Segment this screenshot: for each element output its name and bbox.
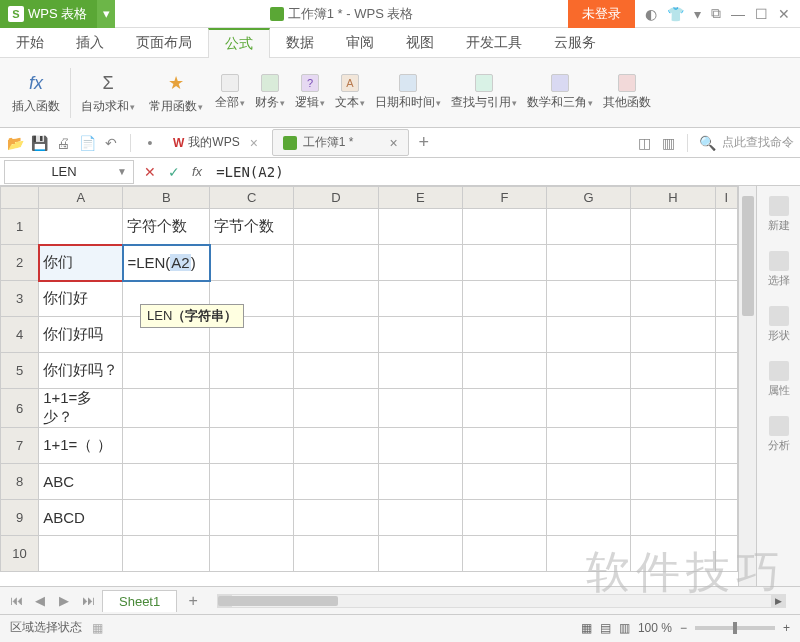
vertical-scrollbar[interactable] bbox=[738, 186, 756, 586]
print-icon[interactable]: 🖨 bbox=[54, 134, 72, 152]
side-shape[interactable]: 形状 bbox=[768, 302, 790, 347]
grid[interactable]: A B C D E F G H I 1 字符个数 字节个数 2 你们 =LEN(… bbox=[0, 186, 738, 586]
col-header-B[interactable]: B bbox=[123, 187, 210, 209]
select-all-corner[interactable] bbox=[1, 187, 39, 209]
cell-A1[interactable] bbox=[39, 209, 123, 245]
sheet-nav-last[interactable]: ⏭ bbox=[78, 593, 98, 608]
ribbon-lookup[interactable]: 查找与引用▾ bbox=[447, 61, 521, 125]
cell-C1[interactable]: 字节个数 bbox=[210, 209, 294, 245]
sheet-nav-prev[interactable]: ◀ bbox=[30, 593, 50, 608]
hscroll-right[interactable]: ▶ bbox=[771, 595, 785, 607]
save-icon[interactable]: 💾 bbox=[30, 134, 48, 152]
help-dropdown-icon[interactable]: ▾ bbox=[694, 6, 701, 22]
undo-icon[interactable]: ↶ bbox=[102, 134, 120, 152]
row-header-2[interactable]: 2 bbox=[1, 245, 39, 281]
menu-cloud[interactable]: 云服务 bbox=[538, 28, 612, 57]
search-icon[interactable]: 🔍 bbox=[698, 134, 716, 152]
cancel-formula-button[interactable]: ✕ bbox=[138, 164, 162, 180]
cell-A6[interactable]: 1+1=多少？ bbox=[39, 389, 123, 428]
cell-A8[interactable]: ABC bbox=[39, 464, 123, 500]
cell-A9[interactable]: ABCD bbox=[39, 500, 123, 536]
side-select[interactable]: 选择 bbox=[768, 247, 790, 292]
app-menu-dropdown[interactable]: ▾ bbox=[97, 0, 115, 28]
ribbon-insert-function[interactable]: fx 插入函数 bbox=[6, 61, 66, 125]
my-wps-close[interactable]: × bbox=[250, 135, 258, 151]
close-icon[interactable]: ✕ bbox=[778, 6, 790, 22]
ribbon-text[interactable]: A 文本▾ bbox=[331, 61, 369, 125]
menu-home[interactable]: 开始 bbox=[0, 28, 60, 57]
row-header-5[interactable]: 5 bbox=[1, 353, 39, 389]
side-analyze[interactable]: 分析 bbox=[768, 412, 790, 457]
side-props[interactable]: 属性 bbox=[768, 357, 790, 402]
zoom-in-button[interactable]: + bbox=[783, 621, 790, 635]
qb-right-icon1[interactable]: ◫ bbox=[635, 134, 653, 152]
maximize-icon[interactable]: ☐ bbox=[755, 6, 768, 22]
restore-icon[interactable]: ⧉ bbox=[711, 5, 721, 22]
qb-right-icon2[interactable]: ▥ bbox=[659, 134, 677, 152]
ribbon-autosum[interactable]: Σ 自动求和▾ bbox=[75, 61, 141, 125]
open-icon[interactable]: 📂 bbox=[6, 134, 24, 152]
fx-icon[interactable]: fx bbox=[192, 164, 202, 179]
row-header-8[interactable]: 8 bbox=[1, 464, 39, 500]
menu-layout[interactable]: 页面布局 bbox=[120, 28, 208, 57]
cell-B2[interactable]: =LEN(A2) bbox=[123, 245, 210, 281]
cell-A3[interactable]: 你们好 bbox=[39, 281, 123, 317]
app-badge[interactable]: S WPS 表格 ▾ bbox=[0, 0, 115, 28]
confirm-formula-button[interactable]: ✓ bbox=[162, 164, 186, 180]
name-box-dropdown-icon[interactable]: ▼ bbox=[117, 166, 127, 177]
view-page-icon[interactable]: ▤ bbox=[600, 621, 611, 635]
menu-insert[interactable]: 插入 bbox=[60, 28, 120, 57]
horizontal-scrollbar[interactable]: ◀ ▶ bbox=[217, 594, 786, 608]
cell-A4[interactable]: 你们好吗 bbox=[39, 317, 123, 353]
my-wps-tab[interactable]: W 我的WPS × bbox=[165, 134, 266, 151]
ribbon-finance[interactable]: 财务▾ bbox=[251, 61, 289, 125]
ribbon-common-fn[interactable]: ★ 常用函数▾ bbox=[143, 61, 209, 125]
cell-B1[interactable]: 字符个数 bbox=[123, 209, 210, 245]
cell-A2[interactable]: 你们 bbox=[39, 245, 123, 281]
ribbon-other[interactable]: 其他函数 bbox=[599, 61, 655, 125]
row-header-9[interactable]: 9 bbox=[1, 500, 39, 536]
sheet-tab-1[interactable]: Sheet1 bbox=[102, 590, 177, 612]
side-new[interactable]: 新建 bbox=[768, 192, 790, 237]
ribbon-logic[interactable]: ? 逻辑▾ bbox=[291, 61, 329, 125]
ribbon-math[interactable]: 数学和三角▾ bbox=[523, 61, 597, 125]
vscroll-thumb[interactable] bbox=[742, 196, 754, 316]
col-header-I[interactable]: I bbox=[715, 187, 738, 209]
skin-icon[interactable]: 👕 bbox=[667, 6, 684, 22]
doc-tab-close[interactable]: × bbox=[390, 135, 398, 151]
row-header-1[interactable]: 1 bbox=[1, 209, 39, 245]
col-header-H[interactable]: H bbox=[631, 187, 715, 209]
sheet-nav-first[interactable]: ⏮ bbox=[6, 593, 26, 608]
add-sheet-button[interactable]: + bbox=[181, 592, 205, 610]
row-header-3[interactable]: 3 bbox=[1, 281, 39, 317]
name-box[interactable]: LEN ▼ bbox=[4, 160, 134, 184]
hscroll-thumb[interactable] bbox=[218, 596, 338, 606]
menu-review[interactable]: 审阅 bbox=[330, 28, 390, 57]
redo-icon[interactable]: • bbox=[141, 134, 159, 152]
zoom-out-button[interactable]: − bbox=[680, 621, 687, 635]
ribbon-all[interactable]: 全部▾ bbox=[211, 61, 249, 125]
col-header-G[interactable]: G bbox=[547, 187, 631, 209]
cell-A5[interactable]: 你们好吗？ bbox=[39, 353, 123, 389]
view-normal-icon[interactable]: ▦ bbox=[581, 621, 592, 635]
col-header-F[interactable]: F bbox=[462, 187, 546, 209]
menu-formula[interactable]: 公式 bbox=[208, 28, 270, 58]
ribbon-datetime[interactable]: 日期和时间▾ bbox=[371, 61, 445, 125]
sheet-nav-next[interactable]: ▶ bbox=[54, 593, 74, 608]
minimize-icon[interactable]: — bbox=[731, 6, 745, 22]
menu-view[interactable]: 视图 bbox=[390, 28, 450, 57]
document-tab[interactable]: 工作簿1 * × bbox=[272, 129, 409, 156]
view-break-icon[interactable]: ▥ bbox=[619, 621, 630, 635]
preview-icon[interactable]: 📄 bbox=[78, 134, 96, 152]
col-header-D[interactable]: D bbox=[294, 187, 378, 209]
status-icon[interactable]: ▦ bbox=[92, 621, 103, 635]
new-tab-button[interactable]: + bbox=[415, 134, 433, 152]
row-header-6[interactable]: 6 bbox=[1, 389, 39, 428]
col-header-A[interactable]: A bbox=[39, 187, 123, 209]
row-header-7[interactable]: 7 bbox=[1, 428, 39, 464]
zoom-slider[interactable] bbox=[695, 626, 775, 630]
sync-icon[interactable]: ◐ bbox=[645, 6, 657, 22]
menu-data[interactable]: 数据 bbox=[270, 28, 330, 57]
col-header-E[interactable]: E bbox=[378, 187, 462, 209]
row-header-4[interactable]: 4 bbox=[1, 317, 39, 353]
